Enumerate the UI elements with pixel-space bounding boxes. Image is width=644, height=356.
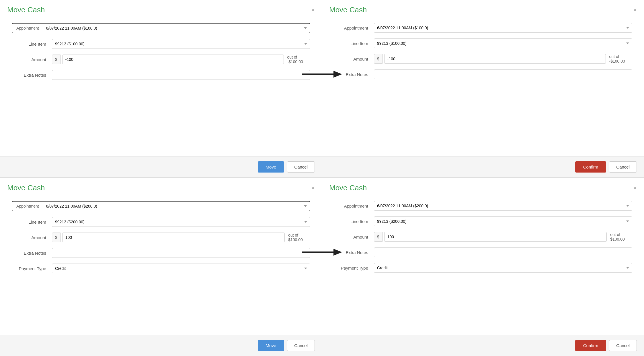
bottom-left-title: Move Cash xyxy=(7,183,45,192)
bottom-left-amount-input[interactable] xyxy=(62,233,285,242)
bottom-right-lineitem-row: Line Item 99213 ($200.00) xyxy=(334,216,632,226)
top-right-appointment-row: Appointment 6/07/2022 11:00AM ($100.0) xyxy=(334,23,632,33)
bottom-right-notes-label: Extra Notes xyxy=(334,250,374,255)
top-right-title: Move Cash xyxy=(329,5,367,14)
top-right-dollar-sign: $ xyxy=(374,54,383,64)
top-right-notes-input[interactable] xyxy=(374,69,632,79)
bottom-left-notes-label: Extra Notes xyxy=(12,251,52,256)
bottom-right-amount-row: Amount $ out of $100.00 xyxy=(334,232,632,242)
bottom-left-dollar-sign: $ xyxy=(52,233,61,242)
bottom-right-appointment-label: Appointment xyxy=(334,204,374,208)
bottom-left-payment-select[interactable]: Credit xyxy=(52,264,310,273)
bottom-left-lineitem-row: Line Item 99213 ($200.00) xyxy=(12,217,310,227)
top-left-amount-input[interactable] xyxy=(62,55,284,64)
top-left-title: Move Cash xyxy=(7,5,45,14)
bottom-left-appointment-label: Appointment xyxy=(12,202,43,211)
top-left-amount-row: Amount $ out of -$100.00 xyxy=(12,55,310,64)
bottom-left-lineitem-select[interactable]: 99213 ($200.00) xyxy=(52,217,310,227)
bottom-right-dialog: Move Cash × Appointment 6/07/2022 11:00A… xyxy=(322,178,644,356)
bottom-left-notes-input[interactable] xyxy=(52,248,310,258)
bottom-right-payment-label: Payment Type xyxy=(334,266,374,270)
bottom-right-amount-label: Amount xyxy=(334,235,374,239)
top-right-amount-row: Amount $ out of -$100.00 xyxy=(334,54,632,64)
top-left-footer: Move Cancel xyxy=(0,156,322,177)
bottom-right-footer: Confirm Cancel xyxy=(322,335,644,356)
top-left-header: Move Cash × xyxy=(0,0,322,17)
top-right-header: Move Cash × xyxy=(322,0,644,17)
top-left-out-of: out of -$100.00 xyxy=(287,55,310,64)
top-left-body: Appointment 6/07/2022 11:00AM ($100.0) L… xyxy=(0,17,322,156)
top-left-lineitem-row: Line Item 99213 ($100.00) xyxy=(12,39,310,49)
bottom-left-appointment-select[interactable]: 6/07/2022 11:00AM ($200.0) xyxy=(43,202,310,211)
bottom-right-notes-input[interactable] xyxy=(374,247,632,257)
bottom-right-appointment-row: Appointment 6/07/2022 11:00AM ($200.0) xyxy=(334,201,632,211)
top-left-dollar-sign: $ xyxy=(52,55,61,64)
bottom-left-header: Move Cash × xyxy=(0,178,322,195)
top-right-lineitem-select[interactable]: 99213 ($100.00) xyxy=(374,38,632,48)
bottom-left-cancel-button[interactable]: Cancel xyxy=(287,340,315,351)
bottom-right-header: Move Cash × xyxy=(322,178,644,195)
top-left-appointment-select[interactable]: 6/07/2022 11:00AM ($100.0) xyxy=(43,24,310,33)
bottom-left-notes-row: Extra Notes xyxy=(12,248,310,258)
bottom-left-move-button[interactable]: Move xyxy=(258,340,284,351)
bottom-left-payment-row: Payment Type Credit xyxy=(12,264,310,273)
bottom-right-notes-row: Extra Notes xyxy=(334,247,632,257)
bottom-right-dollar-sign: $ xyxy=(374,232,383,242)
bottom-left-appointment-highlight: Appointment 6/07/2022 11:00AM ($200.0) xyxy=(12,201,310,211)
top-left-notes-label: Extra Notes xyxy=(12,73,52,78)
bottom-left-close-icon[interactable]: × xyxy=(311,184,315,192)
bottom-left-footer: Move Cancel xyxy=(0,335,322,356)
bottom-left-payment-label: Payment Type xyxy=(12,266,52,271)
top-right-notes-label: Extra Notes xyxy=(334,72,374,77)
top-left-move-button[interactable]: Move xyxy=(258,161,284,173)
top-left-cancel-button[interactable]: Cancel xyxy=(287,161,315,173)
top-right-confirm-button[interactable]: Confirm xyxy=(575,161,606,173)
bottom-left-lineitem-label: Line Item xyxy=(12,220,52,225)
top-right-body: Appointment 6/07/2022 11:00AM ($100.0) L… xyxy=(322,17,644,156)
top-left-appointment-highlight: Appointment 6/07/2022 11:00AM ($100.0) xyxy=(12,23,310,33)
top-right-close-icon[interactable]: × xyxy=(633,6,637,14)
bottom-left-amount-row: Amount $ out of $100.00 xyxy=(12,233,310,242)
bottom-left-body: Appointment 6/07/2022 11:00AM ($200.0) L… xyxy=(0,195,322,335)
bottom-right-lineitem-select[interactable]: 99213 ($200.00) xyxy=(374,216,632,226)
bottom-right-confirm-button[interactable]: Confirm xyxy=(575,340,606,351)
top-right-lineitem-row: Line Item 99213 ($100.00) xyxy=(334,38,632,48)
bottom-left-out-of: out of $100.00 xyxy=(288,233,310,242)
bottom-right-close-icon[interactable]: × xyxy=(633,184,637,192)
bottom-left-amount-label: Amount xyxy=(12,235,52,240)
bottom-right-out-of: out of $100.00 xyxy=(610,232,632,241)
top-right-out-of: out of -$100.00 xyxy=(609,54,632,63)
top-left-notes-input[interactable] xyxy=(52,70,310,80)
top-right-appointment-select[interactable]: 6/07/2022 11:00AM ($100.0) xyxy=(374,23,632,33)
top-right-appointment-label: Appointment xyxy=(334,26,374,30)
top-left-appointment-row: Appointment 6/07/2022 11:00AM ($100.0) xyxy=(12,23,310,33)
top-left-notes-row: Extra Notes xyxy=(12,70,310,80)
top-left-appointment-label: Appointment xyxy=(12,24,43,33)
top-right-amount-input[interactable] xyxy=(384,54,606,64)
top-left-close-icon[interactable]: × xyxy=(311,6,315,14)
top-left-amount-label: Amount xyxy=(12,57,52,62)
top-right-cancel-button[interactable]: Cancel xyxy=(609,161,637,173)
top-right-amount-label: Amount xyxy=(334,57,374,61)
top-right-dialog: Move Cash × Appointment 6/07/2022 11:00A… xyxy=(322,0,644,177)
bottom-right-payment-select[interactable]: Credit xyxy=(374,263,632,273)
bottom-right-amount-input[interactable] xyxy=(384,232,607,242)
top-left-lineitem-select[interactable]: 99213 ($100.00) xyxy=(52,39,310,49)
top-right-notes-row: Extra Notes xyxy=(334,69,632,79)
bottom-right-title: Move Cash xyxy=(329,183,367,192)
bottom-right-cancel-button[interactable]: Cancel xyxy=(609,340,637,351)
bottom-right-appointment-select[interactable]: 6/07/2022 11:00AM ($200.0) xyxy=(374,201,632,211)
bottom-right-body: Appointment 6/07/2022 11:00AM ($200.0) L… xyxy=(322,195,644,335)
top-right-footer: Confirm Cancel xyxy=(322,156,644,177)
bottom-right-payment-row: Payment Type Credit xyxy=(334,263,632,273)
bottom-right-lineitem-label: Line Item xyxy=(334,219,374,224)
top-left-lineitem-label: Line Item xyxy=(12,42,52,47)
bottom-left-appointment-row: Appointment 6/07/2022 11:00AM ($200.0) xyxy=(12,201,310,211)
top-left-dialog: Move Cash × Appointment 6/07/2022 11:00A… xyxy=(0,0,322,177)
bottom-left-dialog: Move Cash × Appointment 6/07/2022 11:00A… xyxy=(0,178,322,356)
top-right-lineitem-label: Line Item xyxy=(334,41,374,46)
